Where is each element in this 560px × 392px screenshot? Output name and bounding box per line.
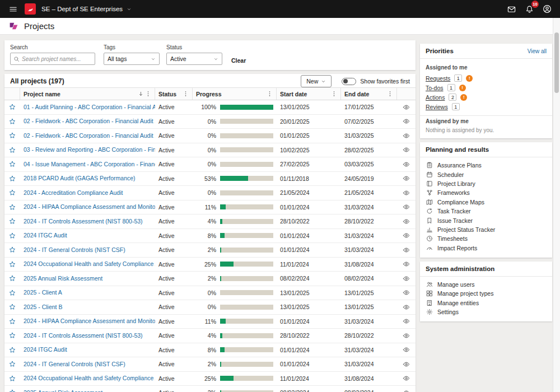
view-details-icon[interactable]	[403, 161, 410, 168]
view-details-icon[interactable]	[403, 118, 410, 125]
tags-select[interactable]: All tags	[104, 53, 160, 65]
project-name-link[interactable]: 2025 - Client B	[20, 300, 155, 315]
project-name-link[interactable]: 2025 Annual Risk Assessment	[20, 272, 155, 286]
project-name-link[interactable]: 2024 - HIPAA Compliance Assessment and M…	[20, 200, 155, 214]
star-icon[interactable]	[9, 161, 16, 167]
priority-link[interactable]: Requests	[426, 75, 450, 82]
project-name-link[interactable]: 2024 - IT General Controls (NIST CSF)	[20, 357, 155, 372]
star-icon[interactable]	[9, 290, 16, 296]
star-icon[interactable]	[9, 361, 16, 367]
star-icon[interactable]	[9, 204, 16, 211]
star-icon[interactable]	[9, 189, 16, 196]
view-details-icon[interactable]	[403, 175, 410, 182]
sidebar-item-compliance-maps[interactable]: Compliance Maps	[426, 198, 547, 207]
project-name-link[interactable]: 2024 Occupational Health and Safety Comp…	[20, 257, 155, 272]
star-icon[interactable]	[9, 347, 16, 353]
scrollbar[interactable]	[553, 18, 560, 392]
project-name-link[interactable]: 2018 PCARD Audit (GAGAS Performance)	[20, 171, 155, 186]
project-name-link[interactable]: 2024 - IT Controls Assessment (NIST 800-…	[20, 214, 155, 229]
sidebar-item-project-status-tracker[interactable]: Project Status Tracker	[426, 225, 547, 234]
sidebar-item-timesheets[interactable]: Timesheets	[426, 234, 547, 243]
project-name-link[interactable]: 2024 - IT Controls Assessment (NIST 800-…	[20, 329, 155, 343]
view-details-icon[interactable]	[403, 246, 410, 254]
priority-link[interactable]: To-dos	[426, 85, 444, 91]
star-icon[interactable]	[9, 132, 16, 139]
messages-icon[interactable]	[505, 3, 517, 15]
star-icon[interactable]	[9, 147, 16, 153]
status-select[interactable]: Active	[166, 53, 222, 65]
view-all-link[interactable]: View all	[528, 48, 547, 54]
project-name-link[interactable]: 2024 ITGC Audit	[20, 228, 155, 243]
sidebar-item-task-tracker[interactable]: Task Tracker	[426, 207, 547, 216]
project-name-link[interactable]: 2024 Occupational Health and Safety Comp…	[20, 371, 155, 386]
search-box[interactable]	[10, 53, 95, 65]
sidebar-item-manage-users[interactable]: Manage users	[426, 280, 547, 289]
star-icon[interactable]	[9, 175, 16, 182]
sort-desc-icon[interactable]	[138, 91, 144, 97]
column-menu-icon[interactable]	[145, 91, 151, 97]
menu-icon[interactable]	[7, 3, 19, 15]
star-icon[interactable]	[9, 232, 16, 239]
view-details-icon[interactable]	[403, 146, 410, 153]
view-details-icon[interactable]	[403, 318, 410, 325]
column-menu-icon[interactable]	[331, 91, 337, 97]
view-details-icon[interactable]	[403, 289, 410, 296]
project-name-link[interactable]: 02 - Fieldwork - ABC Corporation - Finan…	[20, 129, 155, 143]
star-icon[interactable]	[9, 332, 16, 339]
new-project-button[interactable]: New	[301, 75, 332, 87]
clear-filters-button[interactable]: Clear	[231, 57, 246, 64]
column-header-start-date[interactable]: Start date	[277, 88, 341, 100]
star-icon[interactable]	[9, 375, 16, 382]
scrollbar-thumb[interactable]	[554, 32, 559, 93]
project-name-link[interactable]: 01 - Audit Planning - ABC Corporation - …	[20, 100, 155, 115]
star-icon[interactable]	[9, 304, 16, 310]
column-header-progress[interactable]: Progress	[193, 88, 277, 100]
view-details-icon[interactable]	[403, 232, 410, 239]
sidebar-item-frameworks[interactable]: Frameworks	[426, 188, 547, 197]
star-icon[interactable]	[9, 246, 16, 253]
project-name-link[interactable]: 2024 - Accreditation Compliance Audit	[20, 186, 155, 200]
org-switcher[interactable]: SE – Dept of SE Enterprises	[41, 6, 132, 12]
project-name-link[interactable]: 2025 - Client A	[20, 286, 155, 300]
column-menu-icon[interactable]	[183, 91, 189, 97]
sidebar-item-manage-entities[interactable]: Manage entities	[426, 298, 547, 307]
star-icon[interactable]	[9, 118, 16, 125]
notifications-button[interactable]: 10	[523, 3, 535, 15]
star-icon[interactable]	[9, 218, 16, 225]
view-details-icon[interactable]	[403, 361, 410, 368]
column-header-project-name[interactable]: Project name	[20, 88, 155, 100]
star-icon[interactable]	[9, 104, 16, 110]
project-name-link[interactable]: 02 - Fieldwork - ABC Corporation - Finan…	[20, 114, 155, 129]
priority-link[interactable]: Reviews	[426, 104, 448, 110]
view-details-icon[interactable]	[403, 275, 410, 282]
view-details-icon[interactable]	[403, 304, 410, 311]
account-icon[interactable]	[541, 3, 553, 15]
column-header-end-date[interactable]: End date	[341, 88, 397, 100]
view-details-icon[interactable]	[403, 203, 410, 211]
project-name-link[interactable]: 2024 ITGC Audit	[20, 343, 155, 357]
sidebar-item-scheduler[interactable]: Scheduler	[426, 170, 547, 179]
star-icon[interactable]	[9, 389, 16, 392]
sidebar-item-project-library[interactable]: Project Library	[426, 179, 547, 188]
sidebar-item-manage-project-types[interactable]: Manage project types	[426, 289, 547, 298]
star-icon[interactable]	[9, 318, 16, 325]
view-details-icon[interactable]	[403, 346, 410, 353]
sidebar-item-impact-reports[interactable]: Impact Reports	[426, 244, 547, 253]
star-icon[interactable]	[9, 275, 16, 282]
sidebar-item-assurance-plans[interactable]: Assurance Plans	[426, 161, 547, 170]
view-details-icon[interactable]	[403, 189, 410, 197]
view-details-icon[interactable]	[403, 132, 410, 139]
sidebar-item-issue-tracker[interactable]: Issue Tracker	[426, 216, 547, 225]
priority-link[interactable]: Actions	[426, 94, 445, 101]
project-name-link[interactable]: 03 - Review and Reporting - ABC Corporat…	[20, 143, 155, 157]
search-input[interactable]	[22, 56, 92, 62]
star-icon[interactable]	[9, 261, 16, 268]
project-name-link[interactable]: 2024 - IT General Controls (NIST CSF)	[20, 243, 155, 258]
column-header-status[interactable]: Status	[155, 88, 193, 100]
sidebar-item-settings[interactable]: Settings	[426, 307, 547, 316]
view-details-icon[interactable]	[403, 389, 410, 392]
view-details-icon[interactable]	[403, 260, 410, 268]
view-details-icon[interactable]	[403, 332, 410, 339]
project-name-link[interactable]: 2024 - HIPAA Compliance Assessment and M…	[20, 314, 155, 329]
column-menu-icon[interactable]	[387, 91, 393, 97]
